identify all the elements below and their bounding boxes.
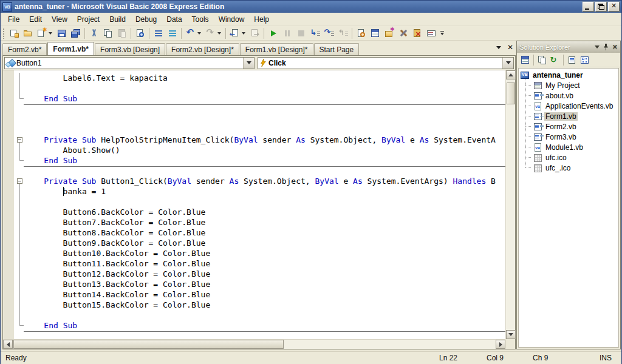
menu-item-view[interactable]: View (47, 13, 72, 25)
document-list-dropdown-icon[interactable] (496, 46, 501, 49)
document-tab-form2-vb[interactable]: Form2.vb* (2, 43, 47, 55)
navigate-backward-dropdown-icon[interactable] (242, 32, 245, 35)
toolbar-grip[interactable] (2, 28, 5, 39)
redo-dropdown-icon[interactable] (217, 32, 221, 35)
navigate-forward-icon (250, 29, 260, 38)
properties-window-button[interactable] (368, 27, 382, 40)
copy-button[interactable] (101, 27, 115, 40)
solution-explorer-button[interactable] (354, 27, 368, 40)
stop-debugging-button[interactable] (294, 27, 308, 40)
tree-item-antenna-tuner[interactable]: antenna_tuner (519, 70, 618, 80)
navigate-backward-button[interactable] (228, 27, 242, 40)
view-code-button[interactable] (566, 54, 578, 66)
show-all-files-button[interactable] (536, 54, 549, 66)
code-text-area[interactable]: Label6.Text = kapacita End Sub Private S… (3, 70, 505, 339)
document-tab-form1-vb[interactable]: Form1.vb* (47, 42, 94, 55)
immediate-window-button[interactable] (424, 27, 438, 40)
restore-button[interactable] (595, 2, 607, 12)
auto-hide-pin-icon[interactable] (603, 44, 609, 50)
properties-window-button[interactable] (519, 54, 531, 66)
save-button[interactable] (55, 27, 69, 40)
menu-item-build[interactable]: Build (104, 13, 131, 25)
step-over-button[interactable] (322, 27, 336, 40)
horizontal-scroll-thumb[interactable] (13, 340, 284, 349)
menu-item-help[interactable]: Help (249, 13, 274, 25)
error-list-button[interactable] (410, 27, 424, 40)
object-browser-button[interactable] (382, 27, 396, 40)
toolbar-separator (84, 28, 85, 39)
navigate-forward-button[interactable] (248, 27, 262, 40)
collapse-region-icon[interactable] (17, 137, 22, 143)
code-line: Button9.BackColor = Color.Blue (3, 238, 505, 248)
menu-item-file[interactable]: File (3, 13, 24, 25)
horizontal-scrollbar[interactable] (3, 339, 505, 349)
refresh-button[interactable]: ↻ (549, 54, 561, 66)
document-tab-start-page[interactable]: Start Page (314, 43, 360, 55)
new-project-button[interactable] (7, 27, 21, 40)
break-all-button[interactable] (280, 27, 294, 40)
menu-item-data[interactable]: Data (162, 13, 186, 25)
step-into-button[interactable] (308, 27, 322, 40)
menu-item-project[interactable]: Project (72, 13, 104, 25)
immediate-window-icon (426, 29, 436, 38)
toolbox-button[interactable] (396, 27, 410, 40)
add-new-item-dropdown-icon[interactable] (49, 32, 52, 35)
toolbar-options-icon[interactable] (439, 27, 446, 39)
paste-button[interactable] (115, 27, 129, 40)
solution-explorer-header[interactable]: Solution Explorer ✕ (517, 41, 620, 53)
start-debugging-button[interactable] (266, 27, 280, 40)
open-file-button[interactable] (21, 27, 35, 40)
procedure-separator-line (24, 104, 505, 105)
events-combobox[interactable]: Click (258, 57, 514, 69)
code-line (3, 114, 505, 124)
window-position-dropdown-icon[interactable] (595, 46, 600, 49)
add-new-item-button[interactable] (35, 27, 49, 40)
close-button[interactable]: ✕ (608, 2, 620, 12)
comment-lines-icon (154, 29, 163, 38)
scroll-up-button[interactable] (506, 70, 516, 79)
scroll-down-button[interactable] (506, 330, 516, 339)
menu-item-tools[interactable]: Tools (187, 13, 214, 25)
tree-item-applicationevents-vb[interactable]: ApplicationEvents.vb (519, 101, 618, 111)
menu-item-edit[interactable]: Edit (24, 13, 47, 25)
menu-item-window[interactable]: Window (214, 13, 250, 25)
objects-combobox-dropdown-icon[interactable] (243, 58, 254, 69)
save-all-button[interactable] (69, 27, 83, 40)
vertical-scrollbar[interactable] (505, 70, 515, 339)
view-designer-button[interactable] (578, 54, 591, 66)
tree-item-form1-vb[interactable]: Form1.vb (519, 111, 618, 121)
find-in-files-button[interactable] (133, 27, 147, 40)
undo-button[interactable] (183, 27, 197, 40)
events-combobox-dropdown-icon[interactable] (502, 58, 513, 69)
tree-item-ufc-ico[interactable]: ufc_.ico (519, 163, 618, 173)
tree-item-form2-vb[interactable]: Form2.vb (519, 121, 618, 132)
break-all-icon (282, 29, 292, 38)
vertical-scroll-thumb[interactable] (507, 83, 515, 104)
collapse-region-icon[interactable] (17, 178, 22, 184)
window-title: antenna_tuner - Microsoft Visual Basic 2… (15, 2, 224, 11)
document-tab-form3-vb-design[interactable]: Form3.vb [Design] (95, 43, 165, 55)
undo-dropdown-icon[interactable] (197, 32, 201, 35)
menu-item-debug[interactable]: Debug (131, 13, 162, 25)
scroll-right-button[interactable] (496, 340, 505, 349)
close-icon: ✕ (609, 2, 619, 10)
solution-explorer-close-icon[interactable]: ✕ (612, 44, 618, 50)
redo-button[interactable] (203, 27, 217, 40)
cut-button[interactable] (87, 27, 101, 40)
code-line: Label6.Text = kapacita (3, 73, 505, 83)
step-out-button[interactable] (336, 27, 350, 40)
tree-item-ufc-ico[interactable]: ufc.ico (519, 152, 618, 163)
close-document-icon[interactable]: ✕ (507, 44, 513, 50)
tree-item-module1-vb[interactable]: Module1.vb (519, 142, 618, 152)
tree-item-about-vb[interactable]: about.vb (519, 90, 618, 101)
document-tab-form1-vb-design[interactable]: Form1.vb [Design]* (240, 43, 313, 55)
tree-item-form3-vb[interactable]: Form3.vb (519, 132, 618, 142)
document-tab-form2-vb-design[interactable]: Form2.vb [Design]* (166, 43, 239, 55)
uncomment-lines-button[interactable] (165, 27, 179, 40)
scroll-left-button[interactable] (3, 340, 13, 349)
objects-combobox[interactable]: Button1 (4, 57, 255, 69)
status-line-number: Ln 22 (439, 354, 457, 362)
comment-lines-button[interactable] (151, 27, 165, 40)
minimize-button[interactable] (583, 2, 594, 12)
tree-item-my-project[interactable]: My Project (519, 80, 618, 90)
